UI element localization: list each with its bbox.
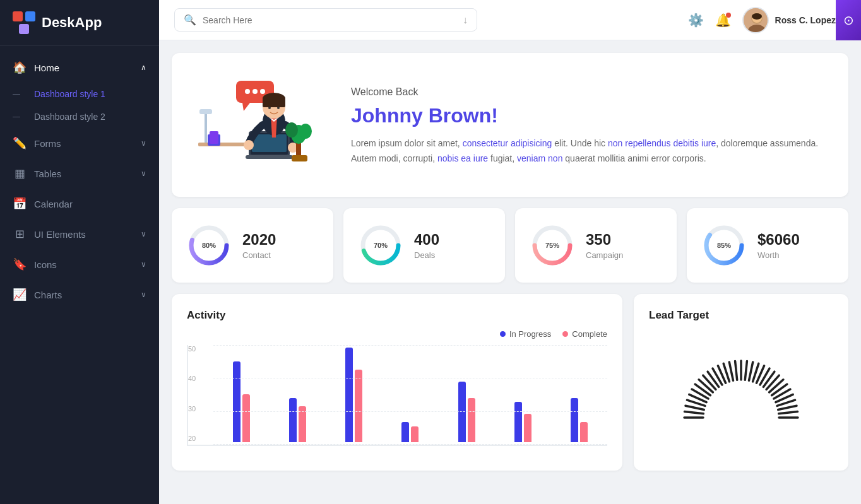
donut-worth: 85% — [702, 223, 746, 267]
svg-line-74 — [779, 412, 798, 414]
welcome-illustration — [192, 68, 331, 182]
sidebar-item-charts[interactable]: 📈 Charts ∨ — [0, 279, 159, 310]
settings-icon[interactable]: ⚙️ — [688, 13, 704, 28]
svg-line-47 — [686, 406, 704, 409]
bar-complete-1 — [242, 394, 250, 442]
github-corner[interactable]: ⊙ — [836, 0, 861, 40]
stat-info-contact: 2020 Contact — [242, 231, 276, 260]
svg-line-73 — [778, 406, 797, 409]
lead-donut — [649, 329, 833, 455]
stat-value-campaign: 350 — [586, 231, 623, 249]
stat-info-worth: $6060 Worth — [757, 231, 800, 260]
activity-card: Activity In Progress Complete 20 30 — [172, 294, 622, 471]
svg-rect-21 — [246, 155, 293, 159]
sidebar-item-dashboard2[interactable]: Dashboard style 2 — [0, 105, 159, 128]
grid-line-1 — [213, 444, 607, 445]
github-icon: ⊙ — [843, 13, 854, 28]
svg-line-54 — [708, 372, 719, 387]
search-icon: 🔍 — [184, 14, 196, 26]
bar-in-progress-6 — [514, 402, 522, 442]
home-icon: 🏠 — [13, 61, 27, 74]
charts-arrow-icon: ∨ — [141, 290, 146, 299]
stat-label-deals: Deals — [414, 250, 439, 260]
svg-point-11 — [260, 89, 265, 94]
logo-area: DeskApp — [0, 0, 159, 46]
bar-group-1 — [213, 361, 270, 442]
svg-rect-2 — [19, 24, 29, 34]
activity-title: Activity — [187, 309, 607, 322]
welcome-text: Welcome Back Johnny Brown! Lorem ipsum d… — [351, 83, 828, 167]
sidebar-label-calendar: Calendar — [34, 199, 146, 209]
svg-point-10 — [252, 89, 258, 94]
sidebar-label-icons: Icons — [34, 259, 133, 270]
stat-info-campaign: 350 Campaign — [586, 231, 623, 260]
y-axis-labels: 20 30 40 50 — [188, 345, 196, 445]
tables-icon: ▦ — [13, 167, 27, 180]
stat-value-deals: 400 — [414, 231, 439, 249]
bar-group-2 — [270, 398, 326, 442]
svg-rect-17 — [210, 131, 218, 144]
svg-point-34 — [285, 122, 298, 138]
stat-card-campaign: 75% 350 Campaign — [515, 208, 677, 283]
sidebar-label-forms: Forms — [34, 138, 133, 149]
stat-value-contact: 2020 — [242, 231, 276, 249]
donut-label-deals: 70% — [359, 223, 403, 267]
welcome-body: Lorem ipsum dolor sit amet, consectetur … — [351, 136, 828, 167]
chart-legend: In Progress Complete — [187, 329, 607, 339]
sidebar-label-tables: Tables — [34, 168, 133, 179]
app-name: DeskApp — [42, 15, 102, 31]
bar-complete-4 — [411, 426, 419, 442]
ui-elements-arrow-icon: ∨ — [141, 230, 146, 238]
svg-line-52 — [699, 380, 713, 392]
bar-group-3 — [326, 348, 382, 442]
stat-info-deals: 400 Deals — [414, 231, 439, 260]
svg-point-7 — [752, 13, 762, 20]
logo-icon — [13, 11, 35, 34]
svg-rect-1 — [25, 11, 35, 21]
svg-line-66 — [763, 372, 775, 387]
donut-label-worth: 85% — [702, 223, 746, 267]
sidebar-item-forms[interactable]: ✏️ Forms ∨ — [0, 128, 159, 158]
avatar — [742, 7, 769, 33]
stat-label-contact: Contact — [242, 250, 276, 260]
svg-line-51 — [695, 384, 710, 396]
search-bar[interactable]: 🔍 ↓ — [174, 8, 477, 32]
user-profile[interactable]: Ross C. Lopez ▾ — [742, 7, 846, 33]
y-label-20: 20 — [188, 435, 196, 442]
tables-arrow-icon: ∨ — [141, 169, 146, 178]
donut-campaign: 75% — [530, 223, 574, 267]
sidebar-label-home: Home — [34, 62, 133, 73]
notification-dot — [726, 13, 731, 18]
svg-line-69 — [772, 384, 787, 396]
svg-line-58 — [729, 362, 733, 380]
calendar-icon: 📅 — [13, 197, 27, 211]
notification-bell[interactable]: 🔔 — [715, 13, 731, 28]
stat-card-deals: 70% 400 Deals — [343, 208, 505, 283]
donut-deals: 70% — [359, 223, 403, 267]
search-input[interactable] — [203, 15, 456, 25]
svg-rect-0 — [13, 11, 23, 21]
bar-complete-3 — [355, 370, 362, 442]
lead-target-title: Lead Target — [649, 309, 833, 322]
bar-in-progress-7 — [571, 398, 578, 442]
bar-chart: 20 30 40 50 — [187, 345, 607, 446]
sidebar-item-icons[interactable]: 🔖 Icons ∨ — [0, 249, 159, 279]
sidebar-item-tables[interactable]: ▦ Tables ∨ — [0, 158, 159, 189]
sidebar-navigation: 🏠 Home ∧ Dashboard style 1 Dashboard sty… — [0, 46, 159, 316]
legend-in-progress: In Progress — [500, 329, 551, 339]
sidebar-label-charts: Charts — [34, 290, 133, 300]
welcome-name: Johnny Brown! — [351, 104, 828, 127]
main-area: 🔍 ↓ ⚙️ 🔔 Ross C. — [159, 0, 861, 504]
svg-line-67 — [766, 375, 779, 389]
sidebar-item-calendar[interactable]: 📅 Calendar — [0, 189, 159, 219]
svg-point-35 — [299, 124, 312, 139]
forms-arrow-icon: ∨ — [141, 139, 146, 148]
grid-line-3 — [213, 378, 607, 378]
svg-marker-12 — [242, 103, 250, 111]
sidebar-item-dashboard1[interactable]: Dashboard style 1 — [0, 83, 159, 105]
bar-group-7 — [551, 398, 607, 442]
y-label-30: 30 — [188, 405, 196, 413]
sidebar-item-home[interactable]: 🏠 Home ∧ — [0, 52, 159, 83]
bar-group-5 — [439, 382, 495, 442]
sidebar-item-ui-elements[interactable]: ⊞ UI Elements ∨ — [0, 219, 159, 249]
